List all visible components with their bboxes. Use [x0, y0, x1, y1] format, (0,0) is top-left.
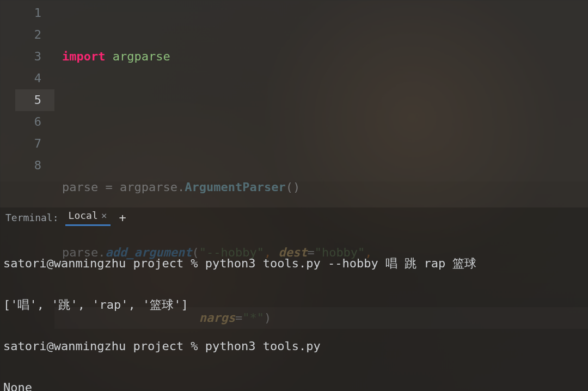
line-number: 8 — [15, 155, 54, 176]
line-number: 4 — [15, 68, 54, 89]
terminal-line: satori@wanmingzhu project % python3 tool… — [3, 253, 585, 274]
keyword-import: import — [62, 50, 105, 63]
gutter-left-margin — [0, 0, 15, 181]
module-name: argparse — [113, 50, 170, 63]
terminal-line: None — [3, 377, 585, 391]
code-editor[interactable]: 1 2 3 4 5 6 7 8 import argparse parse = … — [0, 0, 588, 181]
space — [105, 50, 112, 63]
add-terminal-button[interactable]: + — [115, 211, 131, 224]
line-number: 2 — [15, 24, 54, 46]
terminal-tab-bar: Terminal: Local × + — [0, 207, 588, 227]
line-number: 6 — [15, 111, 54, 133]
terminal-output[interactable]: satori@wanmingzhu project % python3 tool… — [0, 227, 588, 391]
line-number: 5 — [15, 89, 54, 111]
code-line[interactable] — [54, 111, 588, 133]
line-number-gutter: 1 2 3 4 5 6 7 8 — [15, 0, 54, 181]
panel-splitter[interactable] — [0, 181, 588, 207]
terminal-tab-title: Local — [69, 210, 98, 221]
line-number: 1 — [15, 2, 54, 24]
line-number: 3 — [15, 46, 54, 68]
terminal-panel: Terminal: Local × + satori@wanmingzhu pr… — [0, 207, 588, 391]
close-icon[interactable]: × — [101, 210, 107, 221]
code-line[interactable]: import argparse — [54, 46, 588, 68]
code-area[interactable]: import argparse parse = argparse.Argumen… — [54, 0, 588, 181]
terminal-line: ['唱', '跳', 'rap', '篮球'] — [3, 295, 585, 315]
line-number: 7 — [15, 133, 54, 155]
terminal-label: Terminal: — [3, 212, 61, 223]
terminal-line: satori@wanmingzhu project % python3 tool… — [3, 336, 585, 357]
terminal-tab-local[interactable]: Local × — [65, 209, 111, 226]
